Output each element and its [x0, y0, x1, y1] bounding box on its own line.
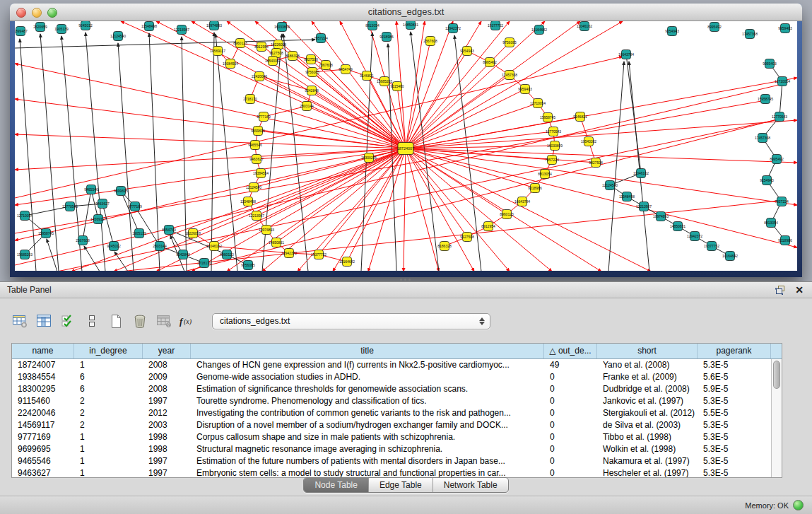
- tab-node-table[interactable]: Node Table: [304, 478, 369, 492]
- svg-text:2367608: 2367608: [76, 238, 90, 243]
- table-options-button[interactable]: [10, 312, 29, 331]
- column-header-year[interactable]: year: [143, 344, 191, 358]
- svg-text:8960123: 8960123: [233, 41, 247, 45]
- svg-text:17457368: 17457368: [742, 32, 758, 36]
- table-panel-header: Table Panel ✕: [0, 282, 812, 298]
- minimize-button[interactable]: [32, 8, 42, 18]
- panel-title: Table Panel: [0, 282, 812, 298]
- import-table-button[interactable]: [154, 312, 173, 331]
- cell-short: Stergiakouli et al. (2012): [597, 407, 698, 419]
- cell-pagerank: 5.9E-5: [698, 383, 771, 395]
- cell-name: 18300295: [12, 383, 74, 395]
- cell-outde: 0: [544, 407, 597, 419]
- zoom-button[interactable]: [47, 8, 57, 18]
- cell-pagerank: 5.3E-5: [698, 455, 771, 467]
- cell-name: 22420046: [12, 407, 74, 419]
- function-builder-button[interactable]: f(x): [178, 312, 197, 331]
- svg-text:9959403: 9959403: [763, 62, 777, 66]
- column-header-short[interactable]: short: [597, 344, 698, 358]
- network-view-window[interactable]: 1899487262065919051399245012121245401154…: [10, 4, 802, 277]
- status-bar: Memory: OK: [0, 496, 812, 514]
- float-panel-icon[interactable]: [775, 286, 786, 295]
- cell-title: Disruption of a novel member of a sodium…: [191, 419, 544, 431]
- svg-text:9827508: 9827508: [589, 160, 603, 165]
- svg-text:10543382: 10543382: [265, 59, 281, 63]
- svg-text:12942372: 12942372: [687, 234, 702, 238]
- svg-text:9465546: 9465546: [84, 187, 98, 192]
- cell-year: 1998: [143, 431, 191, 443]
- scrollbar-thumb[interactable]: [773, 361, 780, 389]
- svg-text:18724007: 18724007: [397, 146, 414, 151]
- table-row[interactable]: 1938455462009Genome-wide association stu…: [12, 371, 771, 383]
- table-row[interactable]: 911546021997Tourette syndrome. Phenomeno…: [12, 395, 771, 407]
- table-selector-combobox[interactable]: citations_edges.txt: [212, 313, 490, 329]
- svg-text:9146821: 9146821: [360, 74, 374, 78]
- cell-indegree: 1: [74, 359, 143, 371]
- svg-text:9756085: 9756085: [502, 40, 517, 45]
- column-header-outde[interactable]: △ out_de...: [544, 344, 597, 358]
- create-column-button[interactable]: [106, 312, 125, 331]
- svg-text:(x): (x): [184, 317, 192, 326]
- table-row[interactable]: 977716911998Corpus callosum shape and si…: [12, 431, 771, 443]
- cell-title: Structural magnetic resonance image aver…: [191, 443, 544, 455]
- cell-title: Genome-wide association studies in ADHD.: [191, 371, 544, 383]
- svg-text:9218986: 9218986: [379, 35, 394, 39]
- cell-outde: 49: [544, 359, 597, 371]
- combobox-stepper-icon[interactable]: [478, 316, 485, 327]
- tab-edge-table[interactable]: Edge Table: [369, 478, 433, 492]
- panel-splitter-handle[interactable]: [400, 279, 411, 281]
- delete-columns-button[interactable]: [130, 312, 149, 331]
- svg-text:12942372: 12942372: [281, 251, 297, 255]
- table-row[interactable]: 1830029562008Estimation of significance …: [12, 383, 771, 395]
- cell-pagerank: 5.3E-5: [698, 419, 771, 431]
- svg-text:8995492: 8995492: [707, 25, 722, 29]
- cell-indegree: 2: [74, 407, 143, 419]
- svg-text:12942372: 12942372: [445, 26, 461, 30]
- svg-text:8995492: 8995492: [483, 60, 497, 64]
- cell-pagerank: 5.3E-5: [698, 359, 771, 371]
- cell-outde: 0: [544, 371, 597, 383]
- network-canvas[interactable]: 1899487262065919051399245012121245401154…: [15, 21, 797, 271]
- svg-text:10974893: 10974893: [259, 228, 274, 232]
- cell-indegree: 1: [74, 455, 143, 467]
- column-header-pagerank[interactable]: pagerank: [698, 344, 771, 358]
- svg-text:14850831: 14850831: [269, 240, 284, 245]
- select-rows-button[interactable]: [58, 312, 77, 331]
- close-button[interactable]: [16, 8, 26, 18]
- svg-text:14850831: 14850831: [670, 224, 686, 228]
- window-titlebar[interactable]: citations_edges.txt: [10, 4, 802, 21]
- cell-indegree: 1: [74, 443, 143, 455]
- cell-indegree: 1: [74, 431, 143, 443]
- table-row[interactable]: 946554611997Estimation of the future num…: [12, 455, 771, 467]
- table-row[interactable]: 2242004622012Investigating the contribut…: [12, 407, 771, 419]
- column-header-indegree[interactable]: in_degree: [74, 344, 143, 358]
- column-header-filler: [771, 344, 782, 358]
- table-toolbar: f(x) citations_edges.txt: [10, 310, 802, 332]
- citation-network-graph: 1899487262065919051399245012121245401154…: [15, 21, 797, 271]
- svg-text:9242848: 9242848: [305, 88, 319, 93]
- cell-year: 2003: [143, 419, 191, 431]
- cell-title: Tourette syndrome. Phenomenology and cla…: [191, 395, 544, 407]
- table-row[interactable]: 1872400712008Changes of HCN gene express…: [12, 359, 771, 371]
- cell-short: Franke et al. (2009): [597, 371, 698, 383]
- row-height-button[interactable]: [82, 312, 101, 331]
- column-header-name[interactable]: name: [12, 344, 74, 358]
- vertical-scrollbar[interactable]: [771, 359, 782, 477]
- cell-outde: 0: [544, 383, 597, 395]
- cell-pagerank: 5.3E-5: [698, 395, 771, 407]
- cell-year: 2008: [143, 359, 191, 371]
- cell-pagerank: 5.6E-5: [698, 371, 771, 383]
- svg-text:18300295: 18300295: [361, 156, 377, 160]
- svg-text:9463627: 9463627: [249, 157, 264, 161]
- column-header-title[interactable]: title: [191, 344, 544, 358]
- tab-network-table[interactable]: Network Table: [433, 478, 508, 492]
- svg-text:11046162: 11046162: [206, 244, 222, 248]
- table-row[interactable]: 969969511998Structural magnetic resonanc…: [12, 443, 771, 455]
- window-title: citations_edges.txt: [10, 4, 802, 21]
- svg-text:2718170: 2718170: [197, 261, 211, 265]
- close-panel-icon[interactable]: ✕: [795, 282, 804, 298]
- svg-text:8813054: 8813054: [365, 23, 379, 28]
- show-columns-button[interactable]: [34, 312, 53, 331]
- svg-text:12770543: 12770543: [772, 115, 787, 119]
- table-row[interactable]: 1456911722003Disruption of a novel membe…: [12, 419, 771, 431]
